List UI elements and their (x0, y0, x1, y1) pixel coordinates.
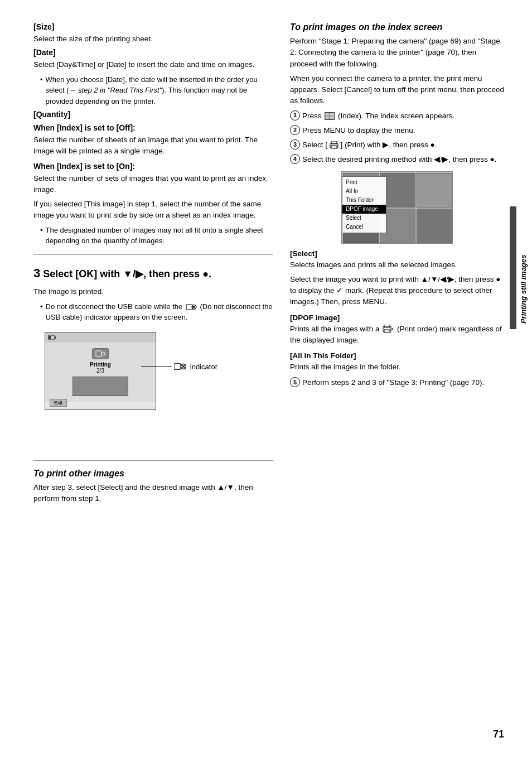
right-column: To print images on the index screen Perf… (290, 22, 504, 508)
menu-item-dpof: DPOF image (342, 205, 386, 214)
size-heading: [Size] (33, 22, 273, 31)
dpof-body: Prints all the images with a (Print orde… (290, 324, 504, 346)
page-number: 71 (493, 729, 504, 740)
step5-circle: 5 (290, 377, 300, 387)
printing-fraction: 2/3 (96, 368, 104, 374)
index-icon (325, 112, 335, 120)
usb-icon (92, 348, 109, 359)
index-screen: Print All In This Folder DPOF image Sele… (341, 171, 453, 244)
when-on-heading: When [Index] is set to [On]: (33, 162, 273, 171)
printing-screen: Printing 2/3 Exit (45, 332, 156, 410)
battery-icon (48, 334, 56, 341)
indicator-symbol: indicator (174, 363, 217, 372)
right-step3: 3 Select [ ] (Print) with ▶, then press … (290, 139, 504, 151)
divider-1 (33, 254, 273, 255)
select-body: Selects images and prints all the select… (290, 259, 504, 271)
quantity-heading: [Quantity] (33, 110, 273, 119)
right-step2: 2 Press MENU to display the menu. (290, 125, 504, 136)
svg-rect-20 (331, 146, 337, 148)
to-print-other-heading: To print other images (33, 469, 273, 479)
dpof-heading: [DPOF image] (290, 314, 504, 322)
step5-content: Perform steps 2 and 3 of "Stage 3: Print… (302, 377, 504, 388)
step3-content: Select [ ] (Print) with ▶, then press ●. (302, 139, 504, 151)
when-off-body: Select the number of sheets of an image … (33, 134, 273, 157)
select-body2: Select the image you want to print with … (290, 274, 504, 308)
size-body: Select the size of the printing sheet. (33, 33, 273, 45)
step4-content: Select the desired printing method with … (302, 154, 504, 165)
date-bullet: When you choose [Date], the date will be… (40, 74, 273, 107)
usb-no-disconnect-icon (186, 303, 197, 311)
sidebar-text: Printing still images (519, 212, 528, 324)
date-heading: [Date] (33, 48, 273, 57)
right-step5: 5 Perform steps 2 and 3 of "Stage 3: Pri… (290, 377, 504, 388)
svg-rect-7 (96, 351, 101, 356)
indicator-area: indicator (141, 363, 217, 372)
print-order-icon (383, 325, 394, 334)
step3-circle: 3 (290, 139, 300, 150)
svg-rect-5 (55, 336, 56, 339)
svg-rect-15 (330, 113, 333, 115)
step2-circle: 2 (290, 125, 300, 135)
step2-content: Press MENU to display the menu. (302, 125, 504, 136)
step3-body: The image is printed. (33, 286, 273, 297)
printing-label: Printing (90, 361, 111, 368)
usb-cable-icon (95, 350, 105, 358)
right-step1: 1 Press (Index). The index screen appear… (290, 110, 504, 122)
menu-item-this-folder: This Folder (342, 196, 386, 205)
date-body: Select [Day&Time] or [Date] to insert th… (33, 59, 273, 70)
left-column: [Size] Select the size of the printing s… (33, 22, 273, 508)
printing-diagram: Printing 2/3 Exit (45, 332, 156, 410)
no-disconnect-indicator-icon (174, 363, 186, 372)
menu-item-print: Print (342, 178, 386, 187)
indicator-label-text: indicator (190, 363, 217, 371)
step3-bullet: Do not disconnect the USB cable while th… (40, 301, 273, 323)
print-icon (330, 141, 338, 149)
svg-rect-6 (49, 336, 51, 339)
to-print-other-body: After step 3, select [Select] and the de… (33, 482, 273, 505)
all-folder-body: Prints all the images in the folder. (290, 361, 504, 373)
when-on-body2: If you selected [This image] in step 1, … (33, 199, 273, 221)
right-intro2: When you connect the camera to a printer… (290, 73, 504, 107)
menu-item-cancel: Cancel (342, 223, 386, 232)
sidebar-bar (510, 206, 516, 329)
exit-button-label: Exit (50, 399, 67, 407)
svg-point-8 (101, 352, 105, 355)
menu-item-all-in: All In (342, 187, 386, 196)
step1-circle: 1 (290, 110, 300, 120)
svg-rect-0 (186, 305, 192, 310)
photo-cell-3 (417, 173, 452, 208)
right-intro1: Perform "Stage 1: Preparing the camera" … (290, 36, 504, 70)
quantity-bullet: The designated number of images may not … (40, 225, 273, 247)
when-on-body: Select the number of sets of images that… (33, 173, 273, 196)
all-folder-heading: [All In This Folder] (290, 351, 504, 360)
right-step4: 4 Select the desired printing method wit… (290, 154, 504, 165)
image-thumbnail (72, 377, 128, 396)
svg-rect-17 (330, 116, 333, 119)
menu-overlay: Print All In This Folder DPOF image Sele… (342, 176, 386, 233)
divider-2 (33, 460, 273, 461)
menu-item-select: Select (342, 214, 386, 223)
step3-heading: 3 Select [OK] with ▼/▶, then press ●. (33, 265, 273, 282)
step4-circle: 4 (290, 154, 300, 164)
svg-rect-14 (326, 113, 330, 115)
photo-cell-6 (417, 209, 452, 243)
when-off-heading: When [Index] is set to [Off]: (33, 123, 273, 132)
to-print-index-heading: To print images on the index screen (290, 22, 504, 32)
step1-content: Press (Index). The index screen appears. (302, 110, 504, 122)
index-menu-wrapper: Print All In This Folder DPOF image Sele… (290, 171, 504, 244)
svg-rect-23 (384, 330, 390, 332)
svg-rect-10 (174, 364, 181, 369)
select-heading: [Select] (290, 249, 504, 258)
svg-rect-16 (326, 116, 330, 119)
